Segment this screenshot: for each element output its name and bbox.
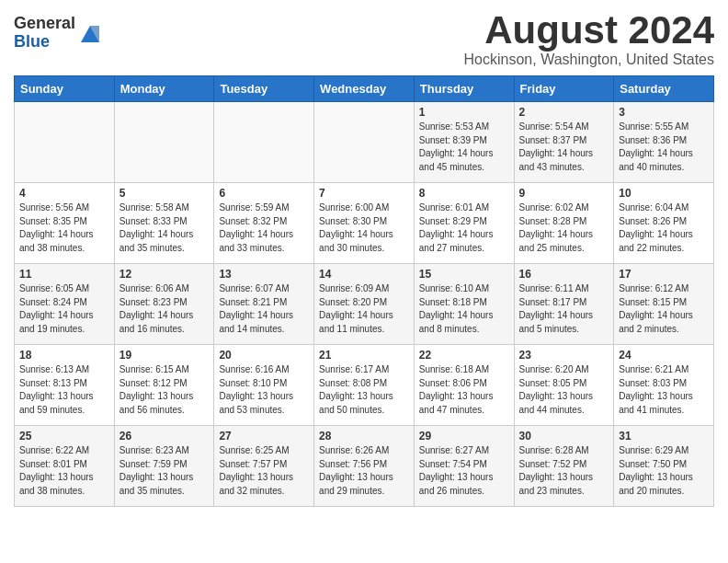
- day-number: 27: [219, 430, 309, 442]
- day-number: 29: [419, 430, 509, 442]
- day-info: Sunrise: 6:06 AM Sunset: 8:23 PM Dayligh…: [119, 282, 210, 336]
- day-info: Sunrise: 6:17 AM Sunset: 8:08 PM Dayligh…: [319, 363, 409, 417]
- day-info: Sunrise: 6:21 AM Sunset: 8:03 PM Dayligh…: [619, 363, 709, 417]
- logo-blue: Blue: [14, 33, 75, 52]
- day-info: Sunrise: 5:56 AM Sunset: 8:35 PM Dayligh…: [19, 201, 109, 255]
- day-number: 3: [619, 106, 709, 119]
- calendar-cell: 25Sunrise: 6:22 AM Sunset: 8:01 PM Dayli…: [15, 426, 115, 507]
- day-number: 28: [319, 430, 409, 442]
- day-info: Sunrise: 6:29 AM Sunset: 7:50 PM Dayligh…: [619, 444, 709, 498]
- day-info: Sunrise: 6:05 AM Sunset: 8:24 PM Dayligh…: [19, 282, 109, 336]
- calendar-cell: 2Sunrise: 5:54 AM Sunset: 8:37 PM Daylig…: [514, 102, 614, 183]
- day-info: Sunrise: 6:07 AM Sunset: 8:21 PM Dayligh…: [219, 282, 309, 336]
- day-info: Sunrise: 6:04 AM Sunset: 8:26 PM Dayligh…: [619, 201, 709, 255]
- calendar-cell: 9Sunrise: 6:02 AM Sunset: 8:28 PM Daylig…: [514, 183, 614, 264]
- day-number: 25: [19, 430, 109, 442]
- day-number: 7: [319, 187, 409, 200]
- calendar-cell: 10Sunrise: 6:04 AM Sunset: 8:26 PM Dayli…: [614, 183, 714, 264]
- day-info: Sunrise: 6:02 AM Sunset: 8:28 PM Dayligh…: [519, 201, 609, 255]
- calendar-cell: 29Sunrise: 6:27 AM Sunset: 7:54 PM Dayli…: [414, 426, 514, 507]
- day-info: Sunrise: 6:00 AM Sunset: 8:30 PM Dayligh…: [319, 201, 409, 255]
- calendar-cell: 30Sunrise: 6:28 AM Sunset: 7:52 PM Dayli…: [514, 426, 614, 507]
- calendar-cell: 22Sunrise: 6:18 AM Sunset: 8:06 PM Dayli…: [414, 345, 514, 426]
- weekday-header-saturday: Saturday: [614, 76, 714, 102]
- day-info: Sunrise: 6:11 AM Sunset: 8:17 PM Dayligh…: [519, 282, 609, 336]
- day-info: Sunrise: 6:25 AM Sunset: 7:57 PM Dayligh…: [219, 444, 309, 498]
- day-info: Sunrise: 6:10 AM Sunset: 8:18 PM Dayligh…: [419, 282, 509, 336]
- day-number: 31: [619, 430, 709, 442]
- day-info: Sunrise: 6:20 AM Sunset: 8:05 PM Dayligh…: [519, 363, 609, 417]
- day-number: 11: [19, 268, 109, 281]
- day-number: 23: [519, 349, 609, 362]
- calendar-week-4: 18Sunrise: 6:13 AM Sunset: 8:13 PM Dayli…: [15, 345, 714, 426]
- day-info: Sunrise: 6:22 AM Sunset: 8:01 PM Dayligh…: [19, 444, 109, 498]
- page-header: General Blue August 2024 Hockinson, Wash…: [14, 9, 714, 68]
- day-number: 6: [219, 187, 309, 200]
- calendar-cell: 28Sunrise: 6:26 AM Sunset: 7:56 PM Dayli…: [314, 426, 415, 507]
- day-info: Sunrise: 6:12 AM Sunset: 8:15 PM Dayligh…: [619, 282, 709, 336]
- calendar-cell: 17Sunrise: 6:12 AM Sunset: 8:15 PM Dayli…: [614, 264, 714, 345]
- calendar-cell: 31Sunrise: 6:29 AM Sunset: 7:50 PM Dayli…: [614, 426, 714, 507]
- calendar-cell: 4Sunrise: 5:56 AM Sunset: 8:35 PM Daylig…: [15, 183, 115, 264]
- calendar-cell: [15, 102, 115, 183]
- day-number: 4: [19, 187, 109, 200]
- day-info: Sunrise: 5:58 AM Sunset: 8:33 PM Dayligh…: [119, 201, 210, 255]
- calendar-cell: [214, 102, 314, 183]
- calendar-cell: 21Sunrise: 6:17 AM Sunset: 8:08 PM Dayli…: [314, 345, 415, 426]
- calendar-cell: 3Sunrise: 5:55 AM Sunset: 8:36 PM Daylig…: [614, 102, 714, 183]
- logo-text: General Blue: [14, 15, 75, 52]
- weekday-header-friday: Friday: [514, 76, 614, 102]
- calendar-week-2: 4Sunrise: 5:56 AM Sunset: 8:35 PM Daylig…: [15, 183, 714, 264]
- calendar-cell: 24Sunrise: 6:21 AM Sunset: 8:03 PM Dayli…: [614, 345, 714, 426]
- day-number: 17: [619, 268, 709, 281]
- day-number: 20: [219, 349, 309, 362]
- weekday-header-thursday: Thursday: [414, 76, 514, 102]
- logo-icon: [77, 20, 103, 46]
- calendar-cell: 26Sunrise: 6:23 AM Sunset: 7:59 PM Dayli…: [114, 426, 214, 507]
- calendar-cell: 12Sunrise: 6:06 AM Sunset: 8:23 PM Dayli…: [114, 264, 214, 345]
- day-info: Sunrise: 5:59 AM Sunset: 8:32 PM Dayligh…: [219, 201, 309, 255]
- day-number: 22: [419, 349, 509, 362]
- day-info: Sunrise: 6:01 AM Sunset: 8:29 PM Dayligh…: [419, 201, 509, 255]
- day-info: Sunrise: 6:23 AM Sunset: 7:59 PM Dayligh…: [119, 444, 210, 498]
- calendar-week-1: 1Sunrise: 5:53 AM Sunset: 8:39 PM Daylig…: [15, 102, 714, 183]
- day-number: 24: [619, 349, 709, 362]
- day-number: 21: [319, 349, 409, 362]
- weekday-header-sunday: Sunday: [15, 76, 115, 102]
- day-info: Sunrise: 6:16 AM Sunset: 8:10 PM Dayligh…: [219, 363, 309, 417]
- weekday-header-monday: Monday: [114, 76, 214, 102]
- calendar-cell: 27Sunrise: 6:25 AM Sunset: 7:57 PM Dayli…: [214, 426, 314, 507]
- day-number: 2: [519, 106, 609, 119]
- calendar-week-3: 11Sunrise: 6:05 AM Sunset: 8:24 PM Dayli…: [15, 264, 714, 345]
- day-number: 19: [119, 349, 210, 362]
- calendar-cell: 16Sunrise: 6:11 AM Sunset: 8:17 PM Dayli…: [514, 264, 614, 345]
- calendar-cell: 19Sunrise: 6:15 AM Sunset: 8:12 PM Dayli…: [114, 345, 214, 426]
- day-info: Sunrise: 6:18 AM Sunset: 8:06 PM Dayligh…: [419, 363, 509, 417]
- calendar-cell: 13Sunrise: 6:07 AM Sunset: 8:21 PM Dayli…: [214, 264, 314, 345]
- day-info: Sunrise: 5:53 AM Sunset: 8:39 PM Dayligh…: [419, 121, 509, 174]
- day-number: 12: [119, 268, 210, 281]
- day-info: Sunrise: 6:09 AM Sunset: 8:20 PM Dayligh…: [319, 282, 409, 336]
- weekday-header-row: SundayMondayTuesdayWednesdayThursdayFrid…: [15, 76, 714, 102]
- day-number: 5: [119, 187, 210, 200]
- day-number: 13: [219, 268, 309, 281]
- month-title: August 2024: [464, 9, 714, 52]
- calendar-body: 1Sunrise: 5:53 AM Sunset: 8:39 PM Daylig…: [15, 102, 714, 507]
- day-info: Sunrise: 5:54 AM Sunset: 8:37 PM Dayligh…: [519, 121, 609, 174]
- calendar-cell: 20Sunrise: 6:16 AM Sunset: 8:10 PM Dayli…: [214, 345, 314, 426]
- calendar-table: SundayMondayTuesdayWednesdayThursdayFrid…: [14, 75, 714, 507]
- day-info: Sunrise: 6:28 AM Sunset: 7:52 PM Dayligh…: [519, 444, 609, 498]
- day-number: 30: [519, 430, 609, 442]
- calendar-cell: 15Sunrise: 6:10 AM Sunset: 8:18 PM Dayli…: [414, 264, 514, 345]
- calendar-cell: 18Sunrise: 6:13 AM Sunset: 8:13 PM Dayli…: [15, 345, 115, 426]
- day-info: Sunrise: 6:15 AM Sunset: 8:12 PM Dayligh…: [119, 363, 210, 417]
- day-number: 26: [119, 430, 210, 442]
- day-info: Sunrise: 5:55 AM Sunset: 8:36 PM Dayligh…: [619, 121, 709, 174]
- day-info: Sunrise: 6:13 AM Sunset: 8:13 PM Dayligh…: [19, 363, 109, 417]
- day-number: 18: [19, 349, 109, 362]
- title-block: August 2024 Hockinson, Washington, Unite…: [464, 9, 714, 68]
- day-number: 14: [319, 268, 409, 281]
- calendar-cell: 1Sunrise: 5:53 AM Sunset: 8:39 PM Daylig…: [414, 102, 514, 183]
- calendar-week-5: 25Sunrise: 6:22 AM Sunset: 8:01 PM Dayli…: [15, 426, 714, 507]
- location: Hockinson, Washington, United States: [464, 52, 714, 68]
